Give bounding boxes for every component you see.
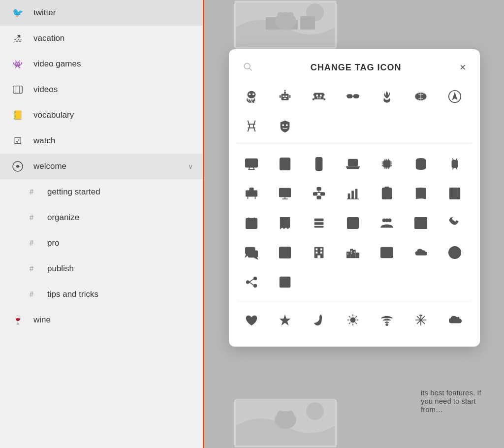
svg-rect-143 [248,251,257,257]
icon-section-office [237,181,472,206]
sidebar-item-video-games[interactable]: 👾 video games [0,51,203,77]
icon-tablet[interactable] [270,151,300,177]
svg-rect-172 [283,279,288,285]
sidebar-item-wine[interactable]: 🍷 wine [0,307,203,333]
icon-horde[interactable] [237,113,266,139]
icon-desk[interactable] [237,181,266,206]
icon-terminal[interactable] [372,240,402,265]
icon-database[interactable] [406,151,436,177]
svg-point-137 [385,219,389,223]
sidebar-item-organize[interactable]: ＃ organize [0,205,203,230]
sidebar-item-pro[interactable]: ＃ pro [0,230,203,256]
modal-overlay[interactable]: CHANGE TAG ICON × [204,0,504,448]
sidebar-item-videos[interactable]: videos [0,77,203,102]
sidebar-item-watch[interactable]: ☑ watch [0,128,203,154]
icon-columns[interactable] [406,210,436,236]
icon-cloud[interactable] [406,240,436,265]
icon-moon[interactable] [304,307,334,333]
svg-rect-144 [280,247,291,258]
icon-phone-call[interactable] [440,210,470,236]
svg-rect-120 [248,225,250,227]
sidebar-item-twitter[interactable]: 🐦 twitter [0,0,203,26]
icon-sun[interactable] [338,307,368,333]
svg-point-20 [249,93,251,95]
icon-smartwatch[interactable] [440,151,470,177]
svg-rect-40 [347,95,352,98]
icon-chip[interactable] [372,151,402,177]
icon-newspaper[interactable] [338,210,368,236]
icon-team[interactable] [372,210,402,236]
sidebar-item-label: watch [33,136,193,146]
icon-monitor[interactable] [237,151,266,177]
icon-star[interactable] [270,307,300,333]
icon-oval[interactable] [406,84,436,109]
icon-robot[interactable] [270,84,300,109]
svg-rect-126 [315,222,324,225]
icon-cloud2[interactable] [440,307,470,333]
icon-phone[interactable] [304,151,334,177]
icon-layers[interactable] [304,210,334,236]
icon-list[interactable] [440,181,470,206]
svg-rect-39 [319,97,321,98]
icon-book[interactable] [406,181,436,206]
svg-rect-100 [355,189,358,199]
svg-rect-59 [348,160,358,166]
icon-octopus[interactable] [237,84,266,109]
svg-line-169 [249,279,253,282]
sidebar-item-label: vacation [33,33,193,43]
sidebar-item-label: vocabulary [33,110,193,120]
icon-section-nature [237,307,472,333]
icon-snowflake[interactable] [406,307,436,333]
svg-point-167 [253,277,256,280]
icon-calendar[interactable] [237,210,266,236]
svg-rect-0 [13,86,22,94]
icon-receipt[interactable] [270,210,300,236]
icon-space-invader[interactable] [304,84,334,109]
svg-rect-138 [415,218,427,229]
icon-glasses[interactable] [338,84,368,109]
icon-heart[interactable] [237,307,266,333]
svg-rect-36 [316,95,318,96]
vocabulary-icon: 📒 [10,107,26,123]
icon-shield-face[interactable] [270,113,300,139]
svg-point-49 [283,124,284,126]
sidebar-item-vacation[interactable]: 🏖 vacation [0,26,203,51]
icon-city[interactable] [338,240,368,265]
icon-nodes[interactable] [237,269,266,295]
icon-presentation[interactable] [270,181,300,206]
svg-rect-31 [315,93,324,99]
sidebar-item-vocabulary[interactable]: 📒 vocabulary [0,102,203,128]
icon-inbox[interactable] [270,240,300,265]
sidebar-item-tips-and-tricks[interactable]: ＃ tips and tricks [0,282,203,307]
icon-laptop[interactable] [338,151,368,177]
svg-rect-155 [347,254,348,255]
icon-grid-calendar [237,210,472,236]
svg-line-178 [349,316,350,318]
svg-rect-24 [285,96,287,97]
hash-icon: ＃ [24,287,39,302]
icon-flame-hand[interactable] [372,84,402,109]
icon-comments[interactable] [237,240,266,265]
icon-building[interactable] [304,240,334,265]
svg-rect-91 [317,188,321,191]
icon-bar-chart[interactable] [338,181,368,206]
icon-org-chart[interactable] [304,181,334,206]
svg-rect-51 [245,159,257,167]
svg-rect-130 [349,222,353,225]
sidebar-item-welcome[interactable]: welcome ∨ [0,154,203,179]
icon-notepad[interactable] [372,181,402,206]
welcome-sub-items: ＃ getting started ＃ organize ＃ pro ＃ pub… [0,179,203,307]
svg-rect-149 [320,252,322,254]
icon-avengers[interactable] [440,84,470,109]
hash-icon: ＃ [24,184,39,200]
svg-rect-96 [317,196,321,199]
icon-globe[interactable] [440,240,470,265]
icon-wifi[interactable] [372,307,402,333]
sidebar-item-publish[interactable]: ＃ publish [0,256,203,282]
svg-rect-98 [348,193,350,199]
close-button[interactable]: × [456,59,470,76]
icon-square-frame[interactable] [270,269,300,295]
svg-rect-150 [317,256,320,258]
svg-rect-99 [351,191,354,199]
sidebar-item-getting-started[interactable]: ＃ getting started [0,179,203,205]
